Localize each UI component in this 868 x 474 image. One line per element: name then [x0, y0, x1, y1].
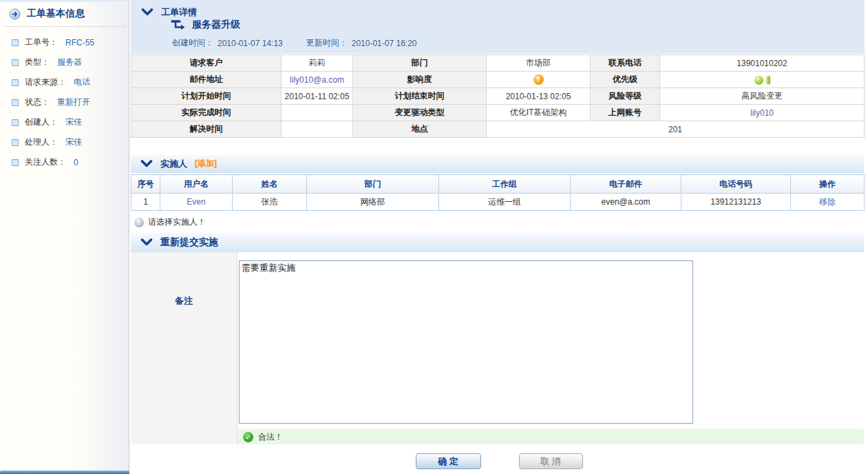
sidebar: 工单基本信息 工单号： RFC-55 类型： 服务器 请求来源： 电话 状态： … — [0, 0, 129, 474]
validation-strip: ✓ 合法！ — [237, 429, 864, 444]
risk-level-value: 高风险变更 — [660, 88, 865, 105]
location-value: 201 — [487, 121, 865, 138]
resolve-time-value — [282, 121, 353, 138]
status-label: 状态： — [25, 96, 50, 108]
green-check-icon: ✓ — [243, 432, 253, 442]
remark-label: 备注 — [175, 295, 193, 307]
field-label: 优先级 — [591, 72, 660, 88]
followers-label: 关注人数： — [25, 156, 66, 168]
order-name-row: 服务器升级 — [170, 19, 240, 31]
sidebar-header: 工单基本信息 — [0, 0, 129, 26]
info-icon: ! — [134, 218, 144, 227]
username-link[interactable]: Even — [187, 197, 205, 207]
chevron-down-icon[interactable] — [140, 160, 153, 168]
field-label: 计划结束时间 — [353, 88, 487, 105]
select-implementer-hint: ! 请选择实施人！ — [134, 216, 206, 228]
name-value: 张浩 — [233, 194, 307, 211]
col-header: 姓名 — [233, 175, 307, 194]
created-time-label: 创建时间： — [172, 37, 213, 49]
implementers-title: 实施人 — [160, 158, 187, 170]
actual-finish-value — [282, 105, 353, 121]
col-header: 序号 — [131, 175, 160, 194]
seq-value: 1 — [131, 194, 160, 211]
order-times-row: 创建时间： 2010-01-07 14:13 更新时间： 2010-01-07 … — [172, 37, 436, 49]
net-account-link[interactable]: lily010 — [750, 108, 774, 118]
order-no-value: RFC-55 — [65, 38, 94, 48]
chevron-down-icon[interactable] — [140, 238, 153, 247]
order-detail-table: 请求客户 莉莉 部门 市场部 联系电话 13901010202 邮件地址 lil… — [131, 54, 865, 138]
square-bullet-icon — [12, 39, 19, 46]
chevron-down-icon[interactable] — [141, 8, 154, 17]
type-value: 服务器 — [57, 56, 82, 68]
source-value: 电话 — [74, 76, 90, 88]
square-bullet-icon — [12, 139, 19, 146]
creator-value: 宋佳 — [65, 116, 82, 128]
remove-cell: 移除 — [791, 194, 865, 211]
impact-cell: ! — [487, 72, 591, 88]
table-row: 实际完成时间 变更驱动类型 优化IT基础架构 上网账号 lily010 — [131, 105, 865, 121]
impl-email-value: even@a.com — [571, 194, 681, 211]
status-value: 重新打开 — [57, 96, 90, 108]
field-label: 计划开始时间 — [131, 88, 282, 105]
table-row: 邮件地址 lily010@a.com 影响度 ! 优先级 — [131, 72, 865, 88]
updated-time-label: 更新时间： — [306, 37, 348, 49]
col-header: 部门 — [307, 175, 439, 194]
dept-value: 网络部 — [307, 194, 439, 211]
field-label: 地点 — [353, 121, 487, 138]
sidebar-item-type: 类型： 服务器 — [0, 52, 129, 72]
sidebar-item-order-no: 工单号： RFC-55 — [0, 32, 129, 52]
resubmit-section-header: 重新提交实施 — [131, 233, 864, 252]
department-value: 市场部 — [487, 55, 591, 72]
branch-arrow-icon — [170, 19, 186, 30]
remark-textarea[interactable]: 需要重新实施 — [239, 260, 693, 424]
table-row: 解决时间 地点 201 — [131, 121, 865, 138]
table-row: 请求客户 莉莉 部门 市场部 联系电话 13901010202 — [131, 55, 865, 72]
field-label: 联系电话 — [591, 55, 660, 72]
sidebar-top-strip — [0, 0, 129, 3]
field-label: 邮件地址 — [131, 72, 282, 88]
square-bullet-icon — [12, 79, 19, 86]
requester-value: 莉莉 — [282, 55, 353, 72]
order-detail-title: 工单详情 — [161, 6, 197, 19]
field-label: 上网账号 — [591, 105, 660, 121]
created-time-value: 2010-01-07 14:13 — [218, 39, 283, 48]
implementers-section-header: 实施人 [添加] — [131, 155, 864, 173]
net-account-cell: lily010 — [660, 105, 865, 121]
email-link[interactable]: lily010@a.com — [290, 75, 344, 85]
change-driver-value: 优化IT基础架构 — [487, 105, 591, 121]
remove-link[interactable]: 移除 — [819, 197, 836, 207]
cancel-button[interactable]: 取 消 — [519, 453, 583, 469]
field-label: 部门 — [353, 55, 487, 72]
action-buttons-row: 确 定 取 消 — [130, 453, 868, 469]
plan-end-value: 2010-01-13 02:05 — [487, 88, 591, 105]
col-header: 用户名 — [160, 175, 233, 194]
confirm-button[interactable]: 确 定 — [416, 453, 481, 469]
arrow-circle-icon — [9, 8, 21, 20]
sidebar-footer-bar — [0, 471, 129, 474]
sidebar-divider — [4, 26, 125, 27]
square-bullet-icon — [12, 159, 19, 166]
sidebar-item-followers: 关注人数： 0 — [0, 152, 129, 172]
resubmit-title: 重新提交实施 — [160, 236, 218, 249]
source-label: 请求来源： — [25, 76, 66, 88]
sidebar-item-source: 请求来源： 电话 — [0, 72, 129, 92]
green-bar-icon — [766, 76, 770, 85]
add-implementer-link[interactable]: [添加] — [195, 158, 217, 169]
validation-text: 合法！ — [258, 431, 283, 443]
col-header: 电话号码 — [681, 175, 791, 194]
phone-value: 13901010202 — [660, 55, 865, 72]
impl-phone-value: 13912131213 — [681, 194, 791, 211]
followers-value: 0 — [74, 158, 78, 167]
field-label: 实际完成时间 — [131, 105, 282, 121]
priority-cell — [660, 72, 865, 88]
table-row: 计划开始时间 2010-01-11 02:05 计划结束时间 2010-01-1… — [131, 88, 865, 105]
table-header-row: 序号 用户名 姓名 部门 工作组 电子邮件 电话号码 操作 — [131, 175, 865, 194]
sidebar-item-creator: 创建人： 宋佳 — [0, 112, 129, 132]
order-header-panel: 工单详情 服务器升级 创建时间： 2010-01-07 14:13 更新时间： … — [131, 0, 865, 54]
field-label: 请求客户 — [131, 55, 282, 72]
hint-text: 请选择实施人！ — [148, 216, 206, 228]
updated-time-value: 2010-01-07 16:20 — [352, 39, 417, 48]
table-row: 1 Even 张浩 网络部 运维一组 even@a.com 1391213121… — [131, 194, 865, 211]
sidebar-title: 工单基本信息 — [27, 8, 85, 20]
username-cell: Even — [160, 194, 233, 211]
